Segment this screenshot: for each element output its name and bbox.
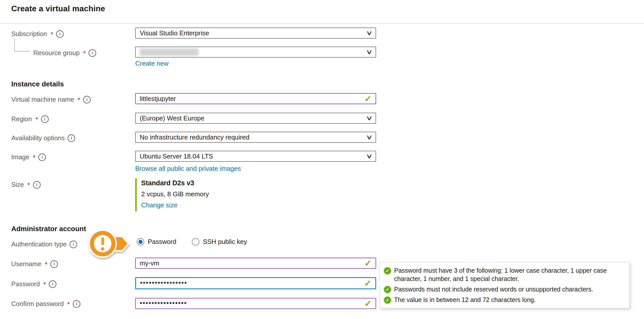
confirm-password-input[interactable]: •••••••••••••••• ✓ [135, 298, 376, 309]
vm-name-input[interactable]: littlestjupyter ✓ [135, 93, 376, 104]
instance-details-heading: Instance details [11, 80, 64, 88]
password-label: Password [11, 280, 40, 288]
info-icon[interactable]: i [83, 96, 91, 103]
region-label-row: Region * i [11, 115, 49, 123]
header-divider [0, 23, 644, 24]
password-rule-text: Password must have 3 of the following: 1… [394, 266, 624, 283]
region-dropdown[interactable]: (Europe) West Europe ∨ [135, 113, 376, 124]
image-dropdown[interactable]: Ubuntu Server 18.04 LTS ∨ [135, 151, 376, 162]
username-value: my-vm [140, 259, 159, 267]
confirm-password-label-row: Confirm password * i [11, 300, 80, 308]
tooltip-caret [376, 279, 384, 287]
chevron-down-icon: ∨ [366, 48, 373, 56]
check-circle-icon: ✓ [384, 286, 391, 293]
authentication-type-label: Authentication type [11, 240, 67, 248]
vm-name-label: Virtual machine name [11, 96, 74, 103]
resource-group-connector-horizontal [14, 51, 30, 52]
password-label-row: Password * i [11, 280, 56, 288]
subscription-label: Subscription [11, 30, 47, 38]
username-label: Username [11, 260, 41, 268]
image-label: Image [11, 153, 29, 161]
availability-options-value: No infrastructure redundancy required [140, 133, 249, 141]
radio-selected-dot [138, 240, 142, 244]
size-specs: 2 vcpus, 8 GiB memory [141, 190, 209, 198]
resource-group-redacted-value [140, 48, 199, 56]
password-rule-item: ✓ The value is in between 12 and 72 char… [384, 296, 624, 304]
warning-callout-icon [87, 228, 133, 260]
subscription-dropdown[interactable]: Visual Studio Enterprise ∨ [135, 28, 376, 39]
required-asterisk: * [83, 50, 86, 57]
create-vm-page: Create a virtual machine Subscription * … [0, 0, 644, 319]
password-masked-value: •••••••••••••••• [140, 279, 187, 287]
create-new-link[interactable]: Create new [135, 60, 169, 67]
availability-options-dropdown[interactable]: No infrastructure redundancy required ∨ [135, 132, 376, 143]
required-asterisk: * [33, 154, 35, 162]
info-icon[interactable]: i [50, 260, 58, 268]
required-asterisk: * [28, 181, 30, 189]
valid-check-icon: ✓ [364, 279, 372, 287]
chevron-down-icon: ∨ [366, 152, 373, 160]
valid-check-icon: ✓ [365, 259, 372, 267]
password-rule-item: ✓ Password must have 3 of the following:… [384, 266, 624, 283]
info-icon[interactable]: i [73, 300, 80, 308]
resource-group-connector-vertical [14, 39, 15, 52]
image-label-row: Image * i [11, 153, 46, 161]
size-label-row: Size * i [11, 181, 41, 189]
required-asterisk: * [78, 96, 80, 104]
availability-options-label: Availability options [11, 134, 65, 142]
info-icon[interactable]: i [70, 241, 77, 248]
required-asterisk: * [67, 300, 70, 308]
required-asterisk: * [35, 116, 38, 123]
authentication-type-radio-group: Password SSH public key [137, 238, 247, 246]
check-circle-icon: ✓ [384, 267, 391, 274]
password-rule-text: The value is in between 12 and 72 charac… [394, 296, 536, 304]
resource-group-dropdown[interactable]: ∨ [135, 47, 376, 58]
authentication-type-label-row: Authentication type i [11, 240, 77, 248]
region-value: (Europe) West Europe [140, 114, 204, 122]
page-title: Create a virtual machine [11, 4, 105, 13]
required-asterisk: * [45, 261, 47, 268]
region-label: Region [11, 115, 32, 123]
size-label: Size [11, 181, 24, 189]
radio-ssh-public-key[interactable] [192, 238, 199, 246]
change-size-link[interactable]: Change size [141, 201, 209, 209]
info-icon[interactable]: i [68, 134, 75, 142]
required-asterisk: * [51, 31, 53, 38]
size-name: Standard D2s v3 [141, 179, 209, 187]
confirm-password-masked-value: •••••••••••••••• [140, 299, 187, 307]
info-icon[interactable]: i [33, 181, 41, 189]
resource-group-label-row: Resource group * i [33, 49, 96, 57]
chevron-down-icon: ∨ [366, 29, 373, 37]
info-icon[interactable]: i [89, 49, 96, 57]
vm-name-label-row: Virtual machine name * i [11, 96, 91, 103]
password-requirements-tooltip: ✓ Password must have 3 of the following:… [380, 262, 629, 308]
size-accent-bar [135, 178, 137, 211]
radio-password[interactable] [137, 238, 144, 246]
info-icon[interactable]: i [49, 280, 56, 288]
chevron-down-icon: ∨ [366, 133, 373, 141]
password-input[interactable]: •••••••••••••••• ✓ [135, 277, 376, 289]
check-circle-icon: ✓ [384, 296, 391, 304]
username-label-row: Username * i [11, 260, 58, 268]
confirm-password-label: Confirm password [11, 300, 64, 308]
image-value: Ubuntu Server 18.04 LTS [140, 152, 213, 160]
password-rule-text: Passwords must not include reserved word… [394, 285, 593, 293]
radio-ssh-public-key-label: SSH public key [203, 238, 247, 246]
required-asterisk: * [43, 281, 46, 288]
info-icon[interactable]: i [38, 153, 46, 161]
valid-check-icon: ✓ [365, 94, 372, 103]
administrator-account-heading: Administrator account [11, 225, 86, 233]
availability-options-label-row: Availability options i [11, 134, 75, 142]
subscription-value: Visual Studio Enterprise [140, 29, 209, 37]
radio-password-label: Password [148, 238, 176, 246]
browse-images-link[interactable]: Browse all public and private images [135, 165, 241, 173]
chevron-down-icon: ∨ [366, 114, 373, 122]
vm-name-value: littlestjupyter [140, 95, 176, 103]
password-rule-item: ✓ Passwords must not include reserved wo… [384, 285, 624, 293]
username-input[interactable]: my-vm ✓ [135, 258, 376, 269]
valid-check-icon: ✓ [365, 299, 372, 308]
info-icon[interactable]: i [41, 115, 49, 123]
size-summary: Standard D2s v3 2 vcpus, 8 GiB memory Ch… [141, 179, 209, 209]
subscription-label-row: Subscription * i [11, 30, 64, 38]
info-icon[interactable]: i [56, 30, 64, 38]
